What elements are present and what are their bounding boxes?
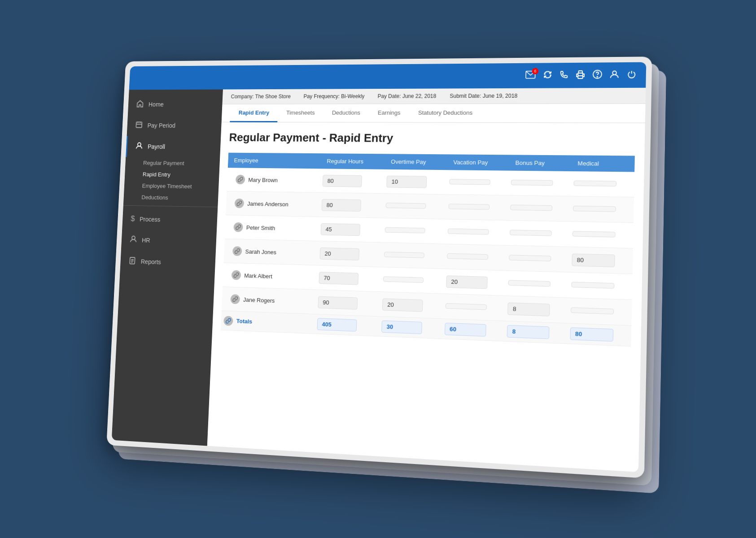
svg-point-10: [137, 143, 141, 146]
input-bonus_pay[interactable]: [510, 204, 552, 211]
input-medical[interactable]: [571, 282, 614, 288]
page-title: Regular Payment - Rapid Entry: [229, 131, 635, 147]
cell-regular_hours[interactable]: 80: [319, 193, 384, 218]
cell-vacation_pay[interactable]: [444, 219, 507, 245]
sidebar-sub-regular-payment[interactable]: Regular Payment: [125, 157, 219, 169]
input-overtime_pay[interactable]: [385, 227, 425, 233]
print-icon[interactable]: [575, 69, 585, 81]
cell-medical[interactable]: [569, 196, 634, 223]
input-overtime_pay[interactable]: [383, 276, 424, 283]
col-employee: Employee: [227, 153, 321, 169]
input-vacation_pay[interactable]: 20: [446, 275, 487, 289]
total-cell-vacation_pay: 60: [441, 319, 504, 341]
input-regular_hours[interactable]: 80: [321, 199, 361, 211]
payroll-icon: [135, 142, 143, 151]
totals-label: Totals: [236, 318, 252, 325]
sidebar-item-home[interactable]: Home: [127, 94, 223, 115]
input-medical[interactable]: [572, 231, 615, 237]
sidebar-item-payperiod[interactable]: Pay Period: [127, 115, 222, 136]
employee-name: Sarah Jones: [245, 248, 276, 255]
sidebar-payroll-label: Payroll: [147, 143, 165, 150]
phone-icon[interactable]: [559, 70, 568, 81]
hr-icon: [129, 235, 137, 244]
cell-overtime_pay[interactable]: [382, 218, 445, 244]
input-medical[interactable]: [573, 180, 616, 186]
input-bonus_pay[interactable]: [511, 179, 553, 185]
info-bar: Company: The Shoe Store Pay Frequency: B…: [222, 88, 646, 104]
cell-medical[interactable]: [569, 221, 633, 248]
sidebar-sub-rapid-entry[interactable]: Rapid Entry: [124, 169, 219, 181]
cell-overtime_pay[interactable]: [383, 194, 446, 219]
total-cell-bonus_pay: 8: [504, 321, 567, 344]
employee-name-cell: Sarah Jones: [223, 239, 318, 265]
input-bonus_pay[interactable]: [508, 280, 551, 286]
tab-earnings[interactable]: Earnings: [368, 104, 409, 122]
cell-overtime_pay[interactable]: 10: [384, 169, 447, 195]
help-icon[interactable]: [592, 69, 602, 81]
cell-regular_hours[interactable]: 45: [318, 217, 383, 242]
cell-overtime_pay[interactable]: 20: [379, 292, 443, 319]
reports-icon: [128, 256, 136, 266]
employee-name-cell: Mark Albert: [223, 263, 317, 290]
sidebar-hr-label: HR: [141, 237, 150, 244]
refresh-icon[interactable]: [542, 70, 552, 81]
cell-vacation_pay[interactable]: [444, 244, 507, 270]
input-regular_hours[interactable]: 80: [322, 175, 362, 187]
cell-regular_hours[interactable]: 20: [317, 241, 382, 267]
input-overtime_pay[interactable]: 20: [382, 298, 423, 312]
input-bonus_pay[interactable]: [510, 230, 552, 236]
cell-vacation_pay[interactable]: [446, 170, 509, 195]
svg-rect-0: [525, 71, 535, 78]
tab-rapid-entry[interactable]: Rapid Entry: [230, 104, 278, 122]
link-icon[interactable]: [232, 246, 242, 256]
total-value-overtime_pay: 30: [381, 321, 422, 334]
cell-medical[interactable]: [570, 171, 634, 197]
cell-bonus_pay[interactable]: [505, 270, 568, 298]
tab-timesheets[interactable]: Timesheets: [277, 104, 323, 122]
input-vacation_pay[interactable]: [445, 303, 486, 310]
calendar-icon: [135, 121, 143, 130]
employee-name-cell: Mary Brown: [227, 168, 320, 192]
cell-overtime_pay[interactable]: [381, 243, 444, 269]
sidebar-sub-deductions[interactable]: Deductions: [123, 191, 218, 204]
input-bonus_pay[interactable]: [509, 255, 551, 261]
sidebar-sub-employee-timesheet[interactable]: Employee Timesheet: [124, 180, 218, 193]
link-icon[interactable]: [230, 294, 240, 304]
cell-bonus_pay[interactable]: [507, 195, 570, 221]
device-screen: 6: [111, 62, 646, 472]
sidebar-process-label: Process: [139, 216, 160, 223]
total-value-medical: 80: [570, 327, 613, 342]
sidebar-item-reports[interactable]: Reports: [120, 250, 215, 274]
sidebar: Home Pay Period: [111, 89, 223, 446]
cell-bonus_pay[interactable]: [507, 220, 570, 247]
sidebar-item-process[interactable]: $ Process: [122, 208, 218, 231]
cell-bonus_pay[interactable]: [508, 171, 571, 196]
user-icon[interactable]: [609, 69, 619, 81]
input-vacation_pay[interactable]: [446, 253, 488, 259]
col-bonus-pay: Bonus Pay: [508, 155, 571, 171]
input-overtime_pay[interactable]: [384, 252, 424, 258]
link-icon[interactable]: [231, 270, 241, 280]
cell-bonus_pay[interactable]: [506, 245, 569, 272]
input-overtime_pay[interactable]: [385, 203, 426, 208]
svg-point-3: [593, 70, 601, 78]
power-icon[interactable]: [626, 69, 636, 81]
link-icon[interactable]: [234, 199, 244, 208]
cell-vacation_pay[interactable]: [442, 294, 505, 321]
input-vacation_pay[interactable]: [448, 204, 489, 210]
input-vacation_pay[interactable]: [447, 228, 489, 234]
employee-name: Mary Brown: [248, 176, 278, 183]
mail-badge: 6: [532, 68, 538, 74]
cell-vacation_pay[interactable]: [445, 195, 508, 221]
total-cell-regular_hours: 405: [314, 314, 379, 336]
cell-overtime_pay[interactable]: [380, 267, 444, 294]
col-vacation-pay: Vacation Pay: [446, 154, 509, 170]
sidebar-item-payroll[interactable]: Payroll: [126, 136, 221, 158]
col-overtime-pay: Overtime Pay: [384, 154, 447, 170]
employee-name: James Anderson: [247, 200, 288, 208]
sidebar-item-hr[interactable]: HR: [121, 229, 216, 253]
input-bonus_pay[interactable]: 8: [507, 302, 550, 316]
cell-bonus_pay[interactable]: 8: [504, 296, 568, 323]
total-cell-medical: 80: [567, 323, 631, 346]
col-regular-hours: Regular Hours: [320, 153, 385, 169]
